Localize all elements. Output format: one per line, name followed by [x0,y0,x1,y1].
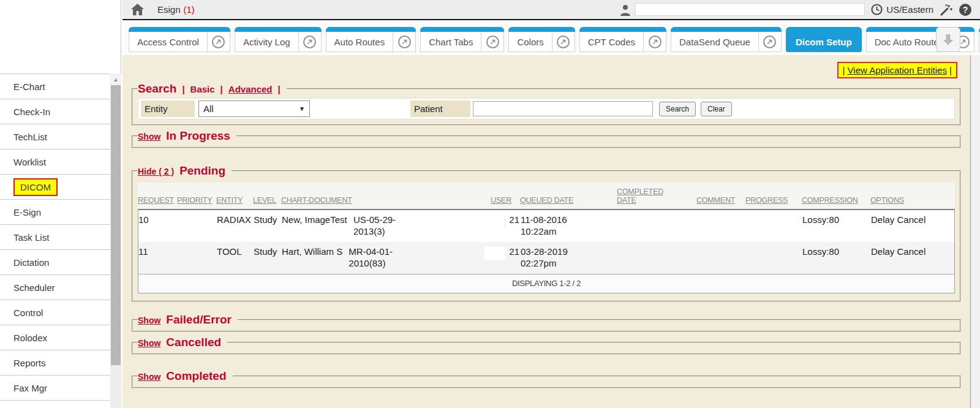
col-user: USER [453,196,520,206]
timezone-label: US/Eastern [886,4,933,15]
document-id: MR-04-01-2010(83) [349,246,396,270]
show-failed-link[interactable]: Show [138,315,160,325]
sidebar-menu: E-Chart Check-In TechList Worklist DICOM… [0,74,110,401]
completed-title: Completed [166,369,226,383]
sidebar-item-dicom[interactable]: DICOM [0,175,110,200]
magic-wand-icon[interactable] [940,4,953,16]
sidebar-item-label: E-Chart [13,81,45,92]
search-button[interactable]: Search [659,102,696,116]
sidebar-item-label: Rolodex [13,333,47,343]
patient-name: Hart, William S [282,246,342,258]
cell-user: 21 [453,210,521,229]
cell-progress [746,210,802,217]
open-new-window-icon[interactable] [552,32,575,51]
sidebar-item-echart[interactable]: E-Chart [0,74,110,99]
tab-datasend-queue[interactable]: DataSend Queue [671,27,782,52]
open-new-window-icon[interactable] [643,32,666,51]
patient-input[interactable] [473,101,653,116]
main-scrollbar[interactable] [970,55,980,408]
clock-icon [871,4,883,15]
sidebar-item-worklist[interactable]: Worklist [0,149,110,175]
scrollbar-thumb[interactable] [111,85,121,365]
tab-cpt-codes[interactable]: CPT Codes [579,27,666,52]
pending-table-header: REQUEST PRIORITY ENTITY LEVEL CHART-DOCU… [138,183,955,209]
cancelled-section: Show Cancelled [132,336,961,355]
tab-label: Access Control [129,32,207,51]
cell-request: 10 [138,210,178,229]
sidebar-item-dictation[interactable]: Dictation [0,250,110,275]
search-mode-basic[interactable]: Basic [190,84,215,94]
cell-entity: RADIAX [217,210,254,229]
cancel-link[interactable]: Cancel [897,246,926,257]
tab-dicom-setup-active[interactable]: Dicom Setup [786,27,862,52]
sidebar-item-label: TechList [13,132,47,142]
cell-comment [697,210,746,217]
scrollbar-up-arrow-icon[interactable]: ▲ [110,74,121,85]
cancelled-title: Cancelled [166,336,221,349]
sidebar-item-tasklist[interactable]: Task List [0,225,110,250]
tab-colors[interactable]: Colors [508,27,575,52]
tab-label: Dicom Setup [786,32,862,52]
tab-accent-strip [235,27,322,32]
pipe: | [843,65,845,75]
patient-label: Patient [410,100,470,117]
cell-compression: Lossy:80 [802,242,871,260]
search-mode-advanced[interactable]: Advanced [228,84,273,94]
delay-link[interactable]: Delay [871,246,894,257]
in-progress-title: In Progress [166,129,230,143]
topbar-search-input[interactable] [635,3,865,16]
hide-pending-link[interactable]: Hide ( 2 ) [138,167,174,176]
queued-date: 11-08-2016 [521,214,615,226]
open-new-window-icon[interactable] [298,32,321,51]
sidebar-item-control[interactable]: Control [0,300,110,325]
table-row[interactable]: 11 TOOL Study Hart, William S MR-04-01-2… [138,242,954,274]
col-priority: PRIORITY [177,196,216,206]
sidebar-item-techlist[interactable]: TechList [0,124,110,149]
home-icon[interactable] [131,4,144,15]
tab-chart-tabs[interactable]: Chart Tabs [420,27,504,52]
open-new-window-icon[interactable] [758,32,781,51]
tab-activity-log[interactable]: Activity Log [235,27,322,52]
entity-select[interactable]: All ▼ [198,100,310,117]
sidebar-item-rolodex[interactable]: Rolodex [0,325,110,350]
sidebar-item-faxmgr[interactable]: Fax Mgr [0,376,110,401]
tab-accent-strip [326,27,417,32]
entity-label: Entity [141,100,195,117]
open-new-window-icon[interactable] [481,32,503,51]
show-cancelled-link[interactable]: Show [138,338,160,348]
tab-overflow-button[interactable] [936,27,960,52]
clear-button[interactable]: Clear [701,102,732,116]
settings-tab-bar: Access Control Activity Log Auto Routes … [123,20,980,55]
open-new-window-icon[interactable] [393,32,415,51]
col-chart-document: CHART-DOCUMENT [281,196,453,206]
sidebar-item-reports[interactable]: Reports [0,350,110,376]
tab-label: Auto Routes [326,32,393,51]
show-in-progress-link[interactable]: Show [138,132,160,142]
col-level: LEVEL [253,196,281,206]
help-icon[interactable]: ? [959,4,971,16]
open-new-window-icon[interactable] [207,32,230,51]
table-row[interactable]: 10 RADIAX Study New, ImageTest US-05-29-… [138,210,954,242]
cell-progress [746,242,802,249]
pending-section: Hide ( 2 ) Pending REQUEST PRIORITY ENTI… [132,164,961,302]
user-id: 21 [509,246,519,260]
show-completed-link[interactable]: Show [138,372,160,382]
sidebar-item-scheduler[interactable]: Scheduler [0,275,110,300]
user-flag [484,247,505,260]
tab-auto-routes[interactable]: Auto Routes [326,27,417,52]
sidebar-scrollbar[interactable]: ▲ [110,74,121,408]
delay-link[interactable]: Delay [871,214,894,225]
table-pagination-status: DISPLAYING 1-2 / 2 [138,274,954,293]
queued-time: 10:22am [521,226,615,238]
cell-options: Delay Cancel [871,210,954,229]
view-application-entities-link[interactable]: View Application Entities [848,65,947,75]
cell-comment [697,242,746,249]
tab-label: Activity Log [235,32,298,51]
sidebar-item-esign[interactable]: E-Sign [0,200,110,225]
tab-access-control[interactable]: Access Control [129,27,230,52]
user-icon[interactable] [619,4,631,16]
tab-accent-strip [671,27,782,32]
chevron-down-icon: ▼ [299,105,305,112]
sidebar-item-checkin[interactable]: Check-In [0,99,110,124]
cancel-link[interactable]: Cancel [897,214,926,225]
